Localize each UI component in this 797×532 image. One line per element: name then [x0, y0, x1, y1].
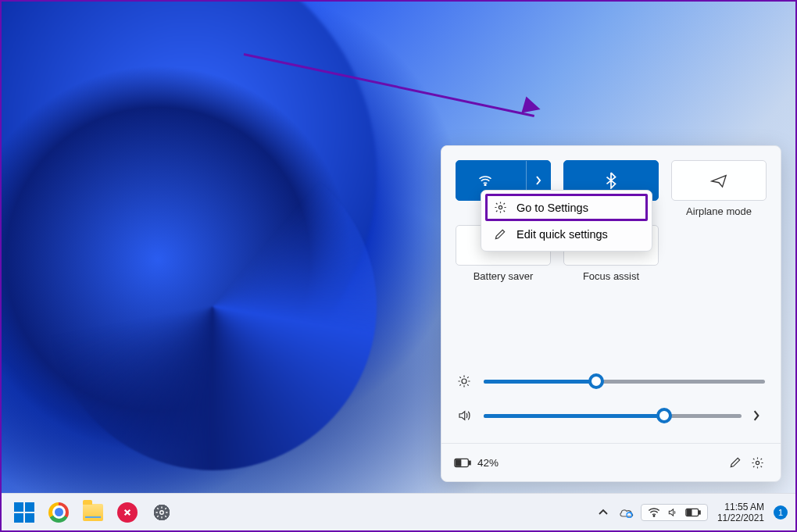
airplane-button[interactable]	[671, 160, 767, 201]
quick-settings-footer: 42%	[441, 443, 781, 481]
volume-thumb[interactable]	[656, 408, 672, 423]
tray-wifi-icon	[648, 507, 660, 517]
brightness-slider-row	[457, 374, 765, 388]
volume-slider-row	[457, 409, 765, 423]
focus-assist-label: Focus assist	[563, 270, 659, 282]
taskbar-clock[interactable]: 11:55 AM 11/22/2021	[717, 502, 764, 523]
tray-overflow-button[interactable]	[594, 503, 613, 522]
airplane-tile: Airplane mode	[671, 160, 767, 217]
edit-quick-settings-item[interactable]: Edit quick settings	[485, 221, 648, 248]
volume-fill	[484, 414, 664, 418]
tray-volume-icon	[667, 507, 679, 518]
volume-expand-button[interactable]	[752, 410, 765, 421]
onedrive-icon[interactable]	[617, 503, 636, 522]
brightness-fill	[484, 380, 596, 384]
volume-slider[interactable]	[484, 414, 742, 418]
go-to-settings-item[interactable]: Go to Settings	[485, 194, 648, 221]
svg-point-0	[484, 184, 486, 186]
svg-rect-6	[456, 459, 460, 465]
airplane-label: Airplane mode	[671, 205, 767, 217]
quick-settings-panel: Airplane mode Battery saver Focus assist	[441, 145, 781, 482]
svg-point-11	[653, 516, 655, 517]
chrome-app[interactable]	[44, 498, 73, 527]
volume-icon	[457, 409, 473, 423]
tray-battery-icon	[685, 508, 701, 517]
go-to-settings-label: Go to Settings	[516, 202, 588, 214]
edit-quick-settings-label: Edit quick settings	[516, 228, 608, 241]
svg-rect-13	[687, 509, 692, 515]
brightness-slider[interactable]	[484, 380, 765, 384]
settings-app[interactable]	[147, 498, 177, 527]
sliders-section	[456, 374, 767, 423]
svg-point-4	[462, 379, 466, 384]
brightness-icon	[457, 374, 473, 388]
notification-badge[interactable]: 1	[774, 505, 788, 520]
svg-point-3	[499, 205, 502, 209]
battery-percent-label: 42%	[477, 457, 499, 469]
svg-point-8	[756, 461, 759, 464]
clock-date: 11/22/2021	[717, 512, 764, 523]
wallpaper-shape	[48, 142, 377, 470]
battery-saver-label: Battery saver	[456, 270, 551, 282]
pencil-icon	[493, 228, 507, 241]
battery-icon	[454, 458, 471, 468]
svg-rect-14	[699, 510, 700, 513]
settings-button[interactable]	[746, 452, 768, 473]
todoist-app[interactable]	[113, 498, 142, 527]
context-menu: Go to Settings Edit quick settings	[481, 190, 652, 252]
file-explorer-app[interactable]	[78, 498, 108, 527]
svg-rect-7	[469, 461, 470, 465]
gear-icon	[493, 201, 507, 214]
system-tray: 11:55 AM 11/22/2021 1	[594, 502, 788, 523]
edit-button[interactable]	[724, 452, 746, 473]
network-volume-battery-cluster[interactable]	[641, 504, 708, 521]
start-button[interactable]	[9, 498, 39, 527]
svg-point-9	[160, 510, 164, 514]
wifi-icon	[478, 175, 492, 186]
taskbar: 11:55 AM 11/22/2021 1	[2, 493, 795, 530]
clock-time: 11:55 AM	[717, 502, 764, 512]
brightness-thumb[interactable]	[588, 373, 604, 389]
bluetooth-icon	[606, 172, 617, 189]
airplane-icon	[710, 173, 727, 188]
